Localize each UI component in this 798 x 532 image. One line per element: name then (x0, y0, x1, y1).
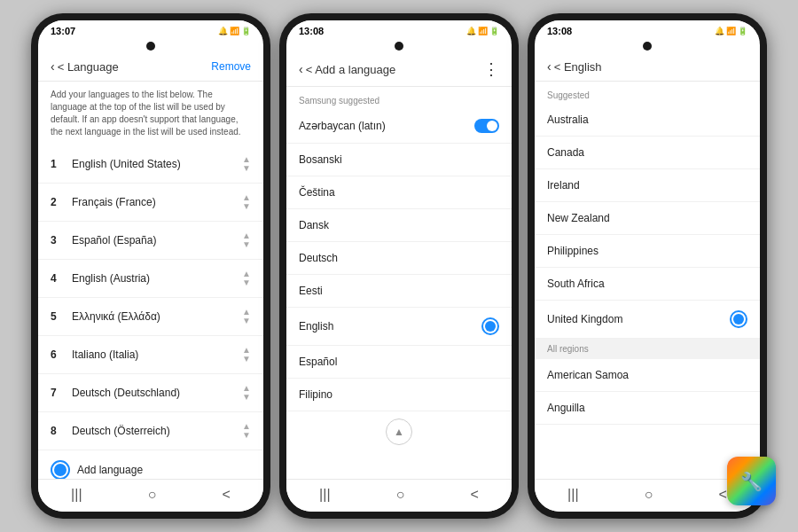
phone-2: 13:08 🔔 📶 🔋 ‹ < Add a language ⋮ (279, 13, 519, 519)
sort-arrows[interactable]: ▲▼ (242, 308, 251, 325)
list-item[interactable]: Canada (535, 137, 760, 169)
home-button-2[interactable]: ○ (382, 485, 419, 505)
screen-content-2: ‹ < Add a language ⋮ Samsung suggested A… (286, 52, 512, 512)
list-item[interactable]: Bosanski (286, 144, 512, 176)
list-item[interactable]: English (286, 308, 512, 346)
list-item[interactable]: 7 Deutsch (Deutschland) ▲▼ (38, 374, 263, 412)
item-num: 5 (51, 310, 65, 323)
list-item[interactable]: Eesti (286, 275, 512, 308)
status-icons-1: 🔔 📶 🔋 (218, 27, 251, 35)
item-label: Anguilla (547, 402, 747, 414)
scroll-to-top-button[interactable]: ▲ (386, 419, 412, 445)
sort-arrows[interactable]: ▲▼ (242, 422, 251, 440)
phone-3: 13:08 🔔 📶 🔋 ‹ < English Sugge (528, 13, 767, 519)
top-bar-2: ‹ < Add a language ⋮ (286, 52, 512, 87)
list-item[interactable]: Ireland (535, 169, 760, 202)
item-num: 2 (51, 196, 65, 208)
language-list-2: Azərbaycan (latın) Bosanski Čeština Dans… (286, 109, 512, 479)
top-bar-3: ‹ < English (535, 52, 760, 82)
home-button-3[interactable]: ○ (630, 485, 668, 505)
item-label: Español (299, 356, 499, 368)
list-item[interactable]: Deutsch (286, 242, 512, 275)
list-item[interactable]: Australia (535, 104, 760, 137)
more-options-button[interactable]: ⋮ (483, 59, 499, 79)
sort-arrows[interactable]: ▲▼ (242, 155, 251, 173)
nav-bar-3: ||| ○ < (535, 479, 760, 512)
status-bar-2: 13:08 🔔 📶 🔋 (286, 20, 512, 40)
scroll-top-area: ▲ (286, 411, 512, 452)
language-list-1: 1 English (United States) ▲▼ 2 Français … (38, 145, 263, 479)
menu-button-1[interactable]: ||| (57, 485, 96, 505)
status-bar-1: 13:07 🔔 📶 🔋 (38, 20, 263, 40)
list-item[interactable]: Čeština (286, 176, 512, 209)
status-icons-3: 🔔 📶 🔋 (715, 27, 747, 35)
list-item[interactable]: 2 Français (France) ▲▼ (38, 184, 263, 222)
nav-bar-1: ||| ○ < (38, 479, 263, 512)
list-item[interactable]: American Samoa (535, 359, 760, 392)
item-label: South Africa (547, 278, 747, 290)
samsung-suggested-header: Samsung suggested (286, 87, 512, 109)
status-bar-3: 13:08 🔔 📶 🔋 (535, 20, 760, 40)
back-button-3[interactable]: ‹ < English (547, 59, 602, 74)
sort-arrows[interactable]: ▲▼ (242, 270, 251, 287)
menu-button-2[interactable]: ||| (305, 485, 344, 505)
radio-english[interactable] (481, 317, 499, 335)
sort-arrows[interactable]: ▲▼ (242, 346, 251, 364)
sort-arrows[interactable]: ▲▼ (242, 193, 251, 211)
back-nav-button-1[interactable]: < (208, 485, 245, 505)
home-button-1[interactable]: ○ (134, 485, 171, 505)
back-icon-1: ‹ (51, 59, 55, 74)
add-language-label: Add language (77, 464, 143, 476)
add-circle-inner (54, 464, 66, 476)
radio-inner-uk (733, 314, 744, 325)
back-icon-2: ‹ (299, 62, 303, 76)
item-label: Eesti (299, 285, 499, 297)
item-num: 8 (51, 425, 65, 437)
nav-bar-2: ||| ○ < (286, 479, 512, 512)
sort-arrows[interactable]: ▲▼ (242, 231, 251, 249)
list-item[interactable]: 6 Italiano (Italia) ▲▼ (38, 336, 263, 374)
back-button-2[interactable]: ‹ < Add a language (299, 62, 395, 76)
phone-2-screen: 13:08 🔔 📶 🔋 ‹ < Add a language ⋮ (286, 20, 512, 512)
item-label: Australia (547, 113, 747, 126)
list-item[interactable]: 8 Deutsch (Österreich) ▲▼ (38, 412, 263, 450)
description-text: Add your languages to the list below. Th… (38, 82, 263, 145)
all-regions-header: All regions (535, 339, 760, 359)
list-item[interactable]: 5 Ελληνικά (Ελλάδα) ▲▼ (38, 298, 263, 336)
menu-button-3[interactable]: ||| (553, 485, 592, 505)
radio-uk[interactable] (730, 310, 747, 328)
item-label: New Zealand (547, 212, 747, 224)
item-label: United Kingdom (547, 313, 730, 325)
list-item[interactable]: Español (286, 346, 512, 379)
back-nav-button-2[interactable]: < (457, 485, 493, 505)
watermark-icon: 🔧 (727, 457, 776, 505)
sort-arrows[interactable]: ▲▼ (242, 384, 251, 402)
item-num: 3 (51, 234, 65, 246)
list-item[interactable]: 3 Español (España) ▲▼ (38, 222, 263, 260)
screen-content-3: ‹ < English Suggested Australia Canada I… (535, 52, 760, 512)
list-item[interactable]: Anguilla (535, 392, 760, 425)
list-item[interactable]: Azərbaycan (latın) (286, 109, 512, 144)
item-label: American Samoa (547, 369, 747, 381)
toggle-azerbaycan[interactable] (474, 119, 499, 133)
suggested-header: Suggested (535, 82, 760, 104)
list-item[interactable]: New Zealand (535, 202, 760, 235)
item-label: Bosanski (299, 153, 499, 166)
time-1: 13:07 (51, 26, 75, 36)
item-num: 6 (51, 348, 65, 361)
list-item[interactable]: Filipino (286, 379, 512, 411)
phone-1-screen: 13:07 🔔 📶 🔋 ‹ < Language Remove (38, 20, 263, 512)
list-item[interactable]: 1 English (United States) ▲▼ (38, 145, 263, 184)
item-label: Español (España) (72, 234, 242, 246)
list-item[interactable]: 4 English (Austria) ▲▼ (38, 260, 263, 298)
list-item[interactable]: South Africa (535, 268, 760, 301)
list-item[interactable]: Dansk (286, 209, 512, 242)
item-label: English (Austria) (72, 272, 242, 285)
item-label: Dansk (299, 219, 499, 231)
back-button-1[interactable]: ‹ < Language (51, 59, 119, 74)
remove-button[interactable]: Remove (211, 60, 251, 73)
list-item[interactable]: Philippines (535, 235, 760, 268)
add-language-button[interactable]: Add language (38, 450, 263, 479)
list-item[interactable]: United Kingdom (535, 301, 760, 339)
camera-notch-2 (286, 40, 512, 52)
